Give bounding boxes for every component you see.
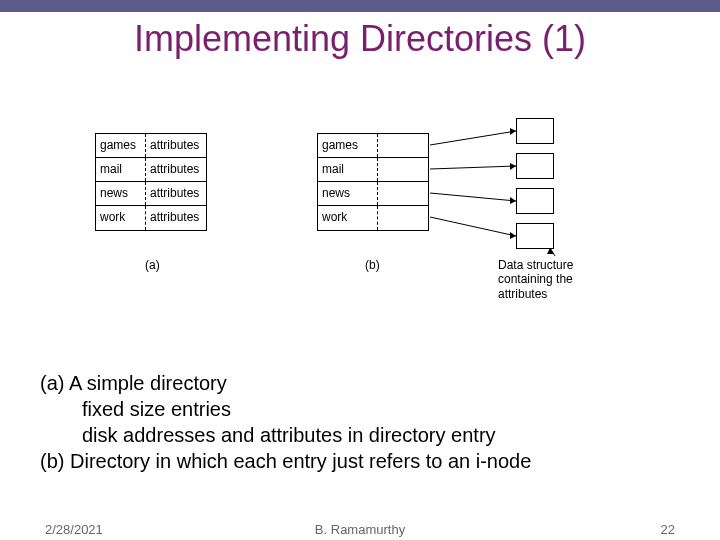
table-a-label: (a)	[145, 258, 160, 272]
row-pointer	[378, 206, 428, 230]
table-row: mail attributes	[96, 158, 206, 182]
directory-table-a: games attributes mail attributes news at…	[95, 133, 207, 231]
row-name: games	[318, 134, 378, 157]
attribute-box	[516, 118, 554, 144]
table-row: work	[318, 206, 428, 230]
body-line: (b) Directory in which each entry just r…	[40, 448, 680, 474]
row-name: work	[96, 206, 146, 230]
row-name: mail	[318, 158, 378, 181]
footer-author: B. Ramamurthy	[0, 522, 720, 537]
slide-body-text: (a) A simple directory fixed size entrie…	[40, 370, 680, 474]
row-attr: attributes	[146, 158, 206, 181]
data-structure-caption: Data structure containing the attributes	[498, 258, 618, 301]
table-row: games attributes	[96, 134, 206, 158]
table-row: news	[318, 182, 428, 206]
row-attr: attributes	[146, 182, 206, 205]
svg-line-2	[430, 166, 516, 169]
row-name: games	[96, 134, 146, 157]
body-line: fixed size entries	[40, 396, 680, 422]
table-row: news attributes	[96, 182, 206, 206]
svg-line-6	[430, 217, 516, 236]
row-name: work	[318, 206, 378, 230]
directory-table-b: games mail news work	[317, 133, 429, 231]
row-attr: attributes	[146, 206, 206, 230]
row-name: mail	[96, 158, 146, 181]
table-row: mail	[318, 158, 428, 182]
decorative-topbar	[0, 0, 720, 12]
svg-line-4	[430, 193, 516, 201]
footer-page-number: 22	[661, 522, 675, 537]
table-row: games	[318, 134, 428, 158]
diagram-area: games attributes mail attributes news at…	[60, 128, 670, 328]
body-line: (a) A simple directory	[40, 370, 680, 396]
row-pointer	[378, 158, 428, 181]
row-pointer	[378, 134, 428, 157]
attribute-box	[516, 223, 554, 249]
slide-title: Implementing Directories (1)	[0, 18, 720, 60]
attribute-box	[516, 188, 554, 214]
row-pointer	[378, 182, 428, 205]
table-row: work attributes	[96, 206, 206, 230]
attribute-box	[516, 153, 554, 179]
body-line: disk addresses and attributes in directo…	[40, 422, 680, 448]
table-b-label: (b)	[365, 258, 380, 272]
row-name: news	[96, 182, 146, 205]
svg-line-0	[430, 131, 516, 145]
row-attr: attributes	[146, 134, 206, 157]
row-name: news	[318, 182, 378, 205]
